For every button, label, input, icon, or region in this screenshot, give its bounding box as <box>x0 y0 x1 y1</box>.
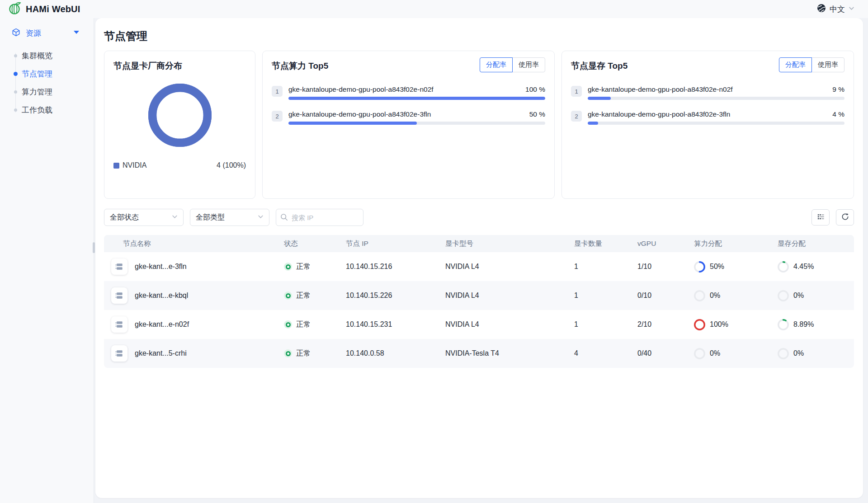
donut-legend: NVIDIA 4 (100%) <box>113 161 246 169</box>
server-node-icon <box>115 262 124 271</box>
rank-row: 2 gke-kantaloupe-demo-gpu-pool-a843f02e-… <box>272 110 545 125</box>
status-ok-icon <box>284 263 292 271</box>
rank-badge: 2 <box>272 111 283 122</box>
refresh-button[interactable] <box>836 209 854 226</box>
gpu-count: 1 <box>574 320 637 329</box>
legend-swatch <box>113 163 119 169</box>
usage-rate-tab[interactable]: 使用率 <box>512 57 545 72</box>
rank-row: 2 gke-kantaloupe-demo-gpu-pool-a843f02e-… <box>571 110 844 125</box>
node-name-link[interactable]: gke-kant...e-n02f <box>135 320 189 329</box>
globe-icon <box>817 4 826 14</box>
node-icon-box <box>111 287 127 304</box>
sidebar-item-compute-management[interactable]: 算力管理 <box>0 83 94 101</box>
col-gpu-model: 显卡型号 <box>445 239 574 249</box>
status-ok-icon <box>284 349 292 357</box>
app-title: HAMi WebUI <box>26 4 80 14</box>
language-label: 中文 <box>830 4 845 14</box>
type-filter-select[interactable]: 全部类型 <box>190 209 269 226</box>
usage-rate-tab[interactable]: 使用率 <box>811 57 844 72</box>
rank-row: 1 gke-kantaloupe-demo-gpu-pool-a843f02e-… <box>571 85 844 100</box>
ip-search <box>276 209 363 226</box>
sidebar-section-label: 资源 <box>26 28 41 38</box>
compute-rank-list: 1 gke-kantaloupe-demo-gpu-pool-a843f02e-… <box>272 85 545 125</box>
rank-badge: 2 <box>571 111 582 122</box>
sidebar-item-label: 集群概览 <box>22 51 52 61</box>
chevron-down-icon <box>172 213 178 221</box>
vgpu-ratio: 1/10 <box>637 263 694 271</box>
vgpu-ratio: 0/40 <box>637 349 694 357</box>
progress-track <box>288 97 545 100</box>
table-row[interactable]: gke-kant...e-3fln 正常 10.140.15.216 NVIDI… <box>104 252 854 281</box>
allocation-rate-tab[interactable]: 分配率 <box>480 57 513 72</box>
sidebar-menu: 集群概览 节点管理 算力管理 工作负载 <box>0 47 94 119</box>
node-name-link[interactable]: gke-kant...e-3fln <box>135 263 187 271</box>
rank-row: 1 gke-kantaloupe-demo-gpu-pool-a843f02e-… <box>272 85 545 100</box>
node-name: gke-kantaloupe-demo-gpu-pool-a843f02e-3f… <box>588 110 730 118</box>
language-switcher[interactable]: 中文 <box>817 0 854 18</box>
col-compute-alloc: 算力分配 <box>694 239 778 249</box>
sidebar-section-resources[interactable]: 资源 <box>0 18 94 45</box>
gpu-model: NVIDIA L4 <box>445 320 574 329</box>
sidebar-item-cluster-overview[interactable]: 集群概览 <box>0 47 94 65</box>
sidebar-resize-handle[interactable] <box>93 242 95 253</box>
search-input[interactable] <box>276 209 363 226</box>
vgpu-ratio: 2/10 <box>637 320 694 329</box>
gpu-model: NVIDIA L4 <box>445 291 574 300</box>
server-node-icon <box>115 349 124 358</box>
vendor-card-title: 节点显卡厂商分布 <box>113 60 246 72</box>
compute-alloc-value: 0% <box>710 291 720 300</box>
compute-alloc-value: 50% <box>710 263 724 271</box>
stat-cards-row: 节点显卡厂商分布 NVIDIA 4 (100%) 节点算力 Top5 分配率 使… <box>104 51 854 199</box>
memory-alloc-value: 0% <box>793 349 804 357</box>
refresh-icon <box>841 212 849 223</box>
rank-badge: 1 <box>571 86 582 97</box>
compute-top5-card: 节点算力 Top5 分配率 使用率 1 gke-kantaloupe-demo-… <box>262 51 555 199</box>
sidebar-item-label: 工作负载 <box>22 105 52 115</box>
legend-label: NVIDIA <box>123 161 146 169</box>
compute-metric-toggle: 分配率 使用率 <box>480 57 545 72</box>
hami-logo-icon <box>8 1 22 17</box>
col-status: 状态 <box>284 239 346 249</box>
table-row[interactable]: gke-kant...5-crhi 正常 10.140.0.58 NVIDIA-… <box>104 339 854 368</box>
node-name: gke-kantaloupe-demo-gpu-pool-a843f02e-n0… <box>288 85 434 94</box>
tree-dot-icon <box>14 72 18 76</box>
tree-dot-icon <box>14 54 17 57</box>
table-row[interactable]: gke-kant...e-n02f 正常 10.140.15.231 NVIDI… <box>104 310 854 339</box>
search-icon <box>280 213 288 223</box>
node-ip: 10.140.0.58 <box>346 349 445 357</box>
sidebar-item-label: 算力管理 <box>22 87 52 97</box>
status-ok-icon <box>284 291 292 300</box>
node-percent: 4 % <box>832 110 844 118</box>
sidebar-item-workloads[interactable]: 工作负载 <box>0 101 94 119</box>
table-header: 节点名称 状态 节点 IP 显卡型号 显卡数量 vGPU 算力分配 显存分配 <box>104 235 854 252</box>
status-badge: 正常 <box>296 262 311 272</box>
sidebar-item-node-management[interactable]: 节点管理 <box>0 65 94 83</box>
collapse-caret-icon[interactable] <box>74 31 79 34</box>
gpu-model: NVIDIA-Tesla T4 <box>445 349 574 357</box>
memory-top5-card: 节点显存 Top5 分配率 使用率 1 gke-kantaloupe-demo-… <box>561 51 854 199</box>
node-name-link[interactable]: gke-kant...5-crhi <box>135 349 187 357</box>
server-node-icon <box>115 320 124 329</box>
compute-alloc-ring <box>694 348 705 359</box>
status-filter-value: 全部状态 <box>110 213 139 222</box>
node-name-link[interactable]: gke-kant...e-kbql <box>135 291 188 300</box>
col-memory-alloc: 显存分配 <box>778 239 854 249</box>
sidebar-item-label: 节点管理 <box>22 69 52 79</box>
progress-track <box>588 97 844 100</box>
node-ip: 10.140.15.226 <box>346 291 445 300</box>
allocation-rate-tab[interactable]: 分配率 <box>779 57 812 72</box>
node-name: gke-kantaloupe-demo-gpu-pool-a843f02e-n0… <box>588 85 733 94</box>
memory-metric-toggle: 分配率 使用率 <box>779 57 844 72</box>
table-row[interactable]: gke-kant...e-kbql 正常 10.140.15.226 NVIDI… <box>104 281 854 310</box>
progress-track <box>288 122 545 125</box>
progress-fill <box>588 122 598 125</box>
status-ok-icon <box>284 320 292 329</box>
top-bar: HAMi WebUI 中文 <box>0 0 868 18</box>
col-gpu-count: 显卡数量 <box>574 239 637 249</box>
type-filter-value: 全部类型 <box>196 213 225 222</box>
status-filter-select[interactable]: 全部状态 <box>104 209 184 226</box>
node-percent: 9 % <box>832 85 844 94</box>
node-icon-box <box>111 345 127 362</box>
column-settings-button[interactable] <box>811 209 830 226</box>
node-ip: 10.140.15.231 <box>346 320 445 329</box>
